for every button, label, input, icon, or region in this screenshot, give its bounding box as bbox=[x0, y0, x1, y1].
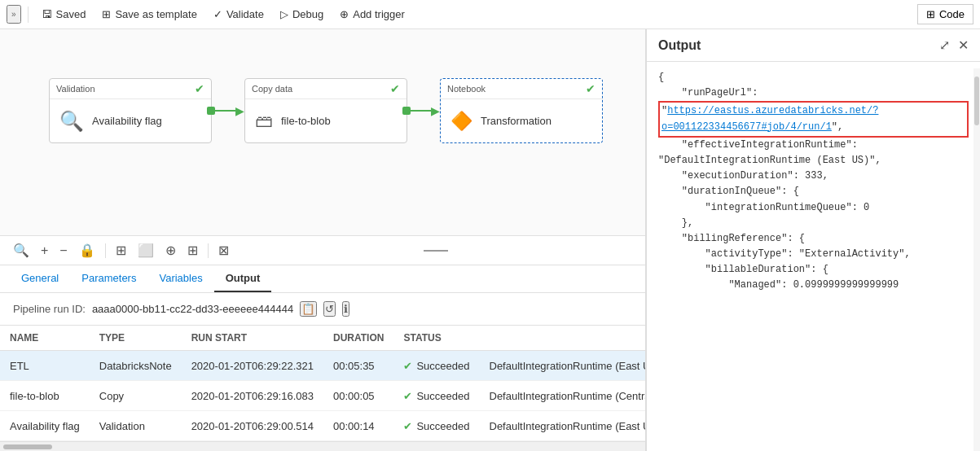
tab-parameters[interactable]: Parameters bbox=[70, 265, 147, 292]
canvas-toolbar-line bbox=[237, 250, 635, 252]
copy-id-btn[interactable]: 📋 bbox=[300, 301, 317, 317]
refresh-btn[interactable]: ↺ bbox=[323, 301, 336, 317]
output-line-10: "billableDuration": { bbox=[658, 264, 828, 275]
table-area[interactable]: NAME TYPE RUN START DURATION STATUS ETL … bbox=[0, 326, 645, 441]
cell-status: ✔ Succeeded bbox=[393, 411, 479, 441]
output-panel-title: Output bbox=[658, 38, 701, 53]
output-line-2: "runPageUrl": bbox=[658, 87, 758, 99]
node-copy-title: Copy data bbox=[252, 84, 292, 94]
tab-general[interactable]: General bbox=[10, 265, 70, 292]
close-output-btn[interactable]: ✕ bbox=[958, 37, 969, 53]
status-label: Succeeded bbox=[416, 360, 469, 372]
horizontal-scrollbar[interactable] bbox=[0, 441, 645, 451]
cell-run-start: 2020-01-20T06:29:00.514 bbox=[182, 411, 323, 441]
cell-status: ✔ Succeeded bbox=[393, 351, 479, 381]
main-toolbar: » 🖫 Saved ⊞ Save as template ✓ Validate … bbox=[0, 0, 980, 29]
debug-btn[interactable]: ▷ Debug bbox=[274, 5, 330, 24]
output-line-6: "integrationRuntimeQueue": 0 bbox=[658, 202, 869, 213]
table-row[interactable]: ETL DatabricksNote 2020-01-20T06:29:22.3… bbox=[0, 351, 645, 381]
add-trigger-btn[interactable]: ⊕ Add trigger bbox=[333, 5, 411, 24]
run-id-value: aaaa0000-bb11-cc22-dd33-eeeeee444444 bbox=[92, 303, 293, 315]
arrow-2: ▶ bbox=[407, 104, 440, 117]
save-template-label: Save as template bbox=[115, 8, 196, 20]
saved-label: Saved bbox=[56, 8, 86, 20]
output-line-11: "Managed": 0.0999999999999999 bbox=[658, 279, 899, 291]
col-run-start: RUN START bbox=[182, 326, 323, 351]
output-url-link[interactable]: https://eastus.azuredatabricks.net/?o=00… bbox=[661, 105, 878, 132]
cell-run-start: 2020-01-20T06:29:22.321 bbox=[182, 351, 323, 381]
status-success-icon: ✔ bbox=[403, 360, 412, 372]
status-success-icon: ✔ bbox=[403, 390, 412, 402]
node-copy-check: ✔ bbox=[390, 82, 400, 95]
collapse-btn[interactable]: » bbox=[7, 5, 21, 24]
cell-runtime: DefaultIntegrationRuntime (Central US) bbox=[480, 381, 646, 411]
fit-btn[interactable]: ⬜ bbox=[134, 241, 157, 260]
code-btn[interactable]: ⊞ Code bbox=[917, 4, 973, 24]
node-copy[interactable]: Copy data ✔ 🗃 file-to-blob bbox=[244, 78, 407, 143]
node-validation-icon: 🔍 bbox=[59, 110, 84, 133]
tab-output[interactable]: Output bbox=[214, 265, 272, 292]
saved-icon: 🖫 bbox=[42, 8, 52, 20]
debug-icon: ▷ bbox=[280, 8, 288, 20]
main-area: Validation ✔ 🔍 Availability flag ▶ bbox=[0, 29, 980, 451]
code-label: Code bbox=[939, 8, 965, 20]
col-type: TYPE bbox=[90, 326, 182, 351]
tabs-area: General Parameters Variables Output bbox=[0, 265, 645, 293]
add-trigger-label: Add trigger bbox=[353, 8, 405, 20]
cell-duration: 00:00:14 bbox=[323, 411, 393, 441]
output-line-3: "effectiveIntegrationRuntime": "DefaultI… bbox=[658, 139, 881, 166]
node-notebook-icon: 🔶 bbox=[450, 111, 472, 132]
cell-status: ✔ Succeeded bbox=[393, 381, 479, 411]
arrange-btn[interactable]: ⊞ bbox=[184, 241, 201, 260]
info-btn[interactable]: ℹ bbox=[342, 301, 349, 317]
status-success-icon: ✔ bbox=[403, 420, 412, 432]
add-trigger-icon: ⊕ bbox=[340, 8, 349, 20]
node-validation-check: ✔ bbox=[195, 82, 204, 95]
cell-type: DatabricksNote bbox=[90, 351, 182, 381]
node-validation-connector-right bbox=[207, 107, 215, 115]
col-status: STATUS bbox=[393, 326, 479, 351]
tab-variables[interactable]: Variables bbox=[147, 265, 213, 292]
zoom-out-btn[interactable]: − bbox=[56, 242, 70, 260]
node-copy-icon: 🗃 bbox=[255, 111, 273, 132]
save-template-btn[interactable]: ⊞ Save as template bbox=[95, 5, 203, 24]
output-content[interactable]: { "runPageUrl": "https://eastus.azuredat… bbox=[647, 62, 980, 451]
node-validation-title: Validation bbox=[56, 84, 95, 94]
saved-btn[interactable]: 🖫 Saved bbox=[35, 5, 93, 24]
node-validation[interactable]: Validation ✔ 🔍 Availability flag bbox=[49, 78, 212, 143]
layout-btn[interactable]: ⊠ bbox=[215, 241, 232, 260]
arrow-1: ▶ bbox=[212, 104, 244, 117]
node-validation-header: Validation ✔ bbox=[50, 79, 211, 99]
output-scrollbar-thumb[interactable] bbox=[974, 77, 979, 125]
scrollbar-thumb[interactable] bbox=[3, 444, 52, 449]
activity-table: NAME TYPE RUN START DURATION STATUS ETL … bbox=[0, 326, 645, 441]
node-notebook-title: Notebook bbox=[447, 84, 486, 94]
canvas-toolbar-sep-2 bbox=[208, 243, 209, 258]
expand-output-btn[interactable]: ⤢ bbox=[939, 37, 950, 53]
grid-btn[interactable]: ⊞ bbox=[112, 241, 130, 260]
validate-label: Validate bbox=[226, 8, 264, 20]
output-line-9: "activityType": "ExternalActivity", bbox=[658, 248, 911, 260]
output-scrollbar[interactable] bbox=[973, 68, 980, 451]
run-id-label: Pipeline run ID: bbox=[13, 303, 86, 315]
table-row[interactable]: file-to-blob Copy 2020-01-20T06:29:16.08… bbox=[0, 381, 645, 411]
output-url-highlight: "https://eastus.azuredatabricks.net/?o=0… bbox=[658, 101, 969, 137]
validate-btn[interactable]: ✓ Validate bbox=[207, 5, 270, 24]
select-btn[interactable]: ⊕ bbox=[162, 241, 179, 260]
cell-name: ETL bbox=[0, 351, 90, 381]
output-line-4: "executionDuration": 333, bbox=[658, 170, 828, 182]
code-icon: ⊞ bbox=[926, 8, 935, 20]
table-row[interactable]: Availability flag Validation 2020-01-20T… bbox=[0, 411, 645, 441]
pipeline-canvas[interactable]: Validation ✔ 🔍 Availability flag ▶ bbox=[0, 29, 645, 236]
zoom-search-btn[interactable]: 🔍 bbox=[10, 241, 33, 260]
node-notebook[interactable]: Notebook ✔ 🔶 Transformation bbox=[440, 78, 603, 143]
run-info: Pipeline run ID: aaaa0000-bb11-cc22-dd33… bbox=[0, 293, 645, 326]
status-label: Succeeded bbox=[416, 420, 469, 432]
node-notebook-header: Notebook ✔ bbox=[441, 79, 602, 99]
node-copy-header: Copy data ✔ bbox=[245, 79, 407, 99]
lock-btn[interactable]: 🔒 bbox=[76, 241, 99, 260]
validate-icon: ✓ bbox=[213, 8, 222, 20]
zoom-in-btn[interactable]: + bbox=[37, 242, 51, 260]
canvas-toolbar-dash bbox=[424, 250, 448, 252]
col-runtime bbox=[480, 326, 646, 351]
